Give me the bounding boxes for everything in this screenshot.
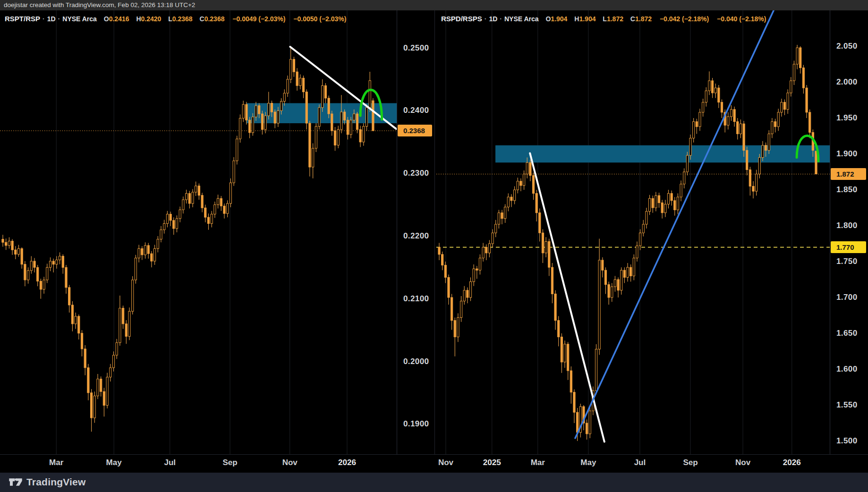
candle-body-down: [558, 321, 560, 337]
candle-body-up: [192, 192, 194, 204]
candle-body-down: [671, 194, 672, 201]
open-value: 0.2416: [109, 15, 129, 23]
tradingview-logo-icon[interactable]: [8, 476, 23, 490]
candle-body-down: [328, 98, 330, 114]
candle-body-down: [783, 102, 785, 110]
candle-body-down: [356, 114, 358, 129]
candle-body-down: [733, 110, 735, 122]
candle-body-down: [24, 264, 26, 280]
candle-body-down: [448, 277, 450, 297]
y-axis-tick: 0.2000: [403, 357, 429, 366]
price-axis[interactable]: 2.0502.0001.9501.9001.8501.8001.7501.700…: [830, 10, 868, 454]
y-axis-tick: 0.2300: [403, 169, 429, 178]
chart-canvas[interactable]: [436, 10, 868, 454]
candle-body-up: [492, 233, 494, 244]
y-axis-tick: 2.050: [836, 42, 858, 51]
candle-body-up: [758, 158, 760, 174]
y-axis-tick: 2.000: [836, 77, 858, 87]
candle-body-down: [65, 267, 67, 287]
brand-wordmark[interactable]: TradingView: [26, 472, 86, 492]
candle-body-up: [281, 102, 282, 111]
candle-body-down: [548, 241, 550, 267]
candle-body-down: [718, 88, 720, 102]
candle-body-up: [642, 224, 644, 233]
y-axis-tick: 1.550: [836, 400, 858, 410]
candle-body-down: [539, 213, 541, 233]
candle-body-down: [261, 114, 263, 129]
x-axis-label: Nov: [271, 458, 309, 467]
candle-body-up: [75, 316, 77, 324]
candle-body-down: [37, 267, 39, 281]
candle-body-up: [473, 269, 475, 281]
chart-canvas[interactable]: [0, 10, 434, 454]
candle-body-down: [551, 267, 553, 294]
candle-body-down: [617, 280, 619, 290]
chart-pane-left[interactable]: RSPT/RSP·1D·NYSE Arca O0.2416 H0.2420 L0…: [0, 10, 434, 454]
candle-body-down: [34, 261, 35, 267]
candle-body-down: [359, 129, 361, 142]
candle-body-up: [264, 116, 266, 129]
interval-label[interactable]: 1D: [47, 15, 56, 23]
candle-body-up: [457, 318, 459, 337]
candle-body-up: [283, 93, 285, 101]
candle-body-down: [602, 260, 604, 270]
candle-body-up: [667, 194, 669, 204]
time-axis[interactable]: MarMayJulSepNov2026Nov2025MarMayJulSepNo…: [0, 454, 868, 473]
x-axis-label: Sep: [211, 458, 249, 467]
candle-body-down: [246, 104, 247, 120]
candle-body-down: [746, 150, 748, 170]
separator-dot: ·: [485, 15, 487, 23]
interval-label[interactable]: 1D: [489, 15, 497, 23]
chart-legend: RSPT/RSP·1D·NYSE Arca O0.2416 H0.2420 L0…: [5, 15, 346, 24]
tradingview-screenshot: { "header": { "credit": "doejistar creat…: [0, 0, 868, 492]
candle-body-up: [318, 108, 320, 127]
candle-body-down: [476, 269, 478, 270]
candle-body-up: [290, 59, 292, 79]
candle-body-up: [46, 267, 48, 280]
x-axis-label: Nov: [724, 458, 762, 467]
candle-body-down: [15, 250, 17, 254]
candle-body-up: [482, 247, 484, 258]
candle-body-up: [469, 282, 471, 297]
candle-body-down: [532, 176, 534, 194]
candle-body-up: [727, 117, 729, 125]
open-value: 1.904: [551, 15, 567, 23]
symbol-name[interactable]: RSPD/RSPS: [441, 15, 482, 23]
candle-body-down: [223, 206, 225, 213]
symbol-name[interactable]: RSPT/RSP: [5, 15, 40, 23]
x-axis-label: Jul: [151, 458, 189, 467]
candle-body-up: [463, 290, 465, 301]
candle-body-up: [59, 256, 61, 260]
candle-body-down: [188, 194, 190, 204]
candle-body-down: [11, 241, 13, 250]
y-axis-tick: 1.800: [836, 221, 858, 230]
candle-body-up: [255, 106, 257, 117]
candle-body-down: [623, 270, 625, 277]
candle-body-down: [444, 265, 446, 278]
candle-body-up: [112, 355, 114, 368]
candle-body-up: [287, 79, 289, 93]
candle-body-up: [702, 102, 704, 112]
candle-body-up: [564, 344, 566, 362]
high-value: 0.2420: [141, 15, 162, 23]
candle-body-up: [166, 214, 168, 223]
candle-body-up: [195, 186, 197, 192]
candle-body-down: [324, 85, 326, 98]
candle-body-up: [677, 197, 679, 210]
change-percent: −0.040 (−2.18%): [717, 15, 766, 23]
candle-body-up: [353, 114, 355, 120]
candle-body-down: [561, 337, 562, 362]
chart-pane-right[interactable]: RSPD/RSPS·1D·NYSE Arca O1.904 H1.904 L1.…: [436, 10, 868, 454]
candle-body-up: [589, 411, 591, 434]
candle-body-down: [103, 391, 105, 405]
candle-body-down: [71, 305, 73, 324]
candle-body-down: [485, 247, 487, 253]
candle-body-up: [621, 270, 622, 290]
price-axis[interactable]: 0.25000.24000.23000.22000.21000.20000.19…: [397, 10, 434, 454]
candle-body-up: [523, 174, 525, 186]
candle-body-up: [337, 129, 339, 145]
candle-body-down: [652, 198, 654, 208]
close-key: C: [630, 15, 635, 23]
candle-body-up: [595, 349, 597, 390]
candle-body-up: [8, 241, 10, 246]
